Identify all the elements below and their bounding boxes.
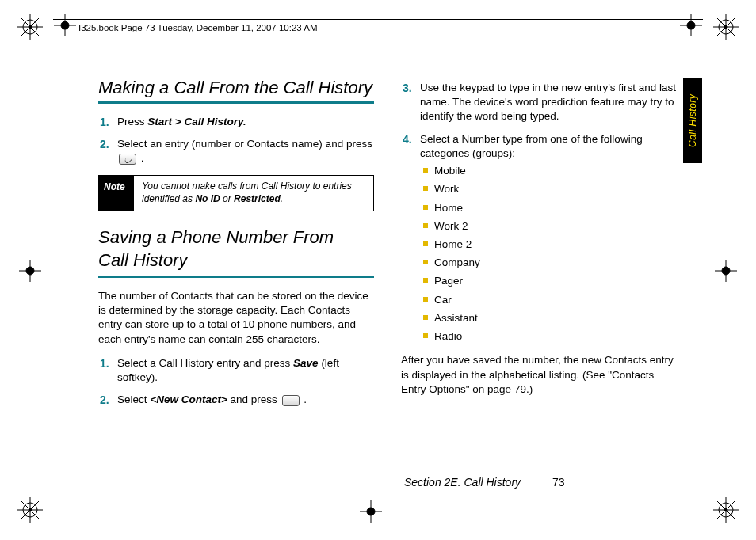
call-key-icon: [119, 154, 136, 165]
list-item: Home 2: [420, 238, 677, 252]
save-step-2: Select <New Contact> and press .: [98, 393, 374, 407]
step-2: Select an entry (number or Contacts name…: [98, 137, 374, 165]
list-item: Home: [420, 201, 677, 215]
heading-making-call: Making a Call From the Call History: [98, 76, 374, 100]
list-item: Pager: [420, 274, 677, 288]
right-column: Use the keypad to type in the new entry'…: [401, 76, 677, 416]
note-body: You cannot make calls from Call History …: [134, 176, 373, 210]
registration-star-icon: [17, 14, 43, 43]
registration-star-icon: [713, 497, 739, 526]
list-item: Radio: [420, 329, 677, 344]
saving-steps: Select a Call History entry and press Sa…: [98, 356, 374, 408]
ok-key-icon: [282, 395, 300, 406]
registration-star-icon: [713, 14, 739, 43]
saving-steps-cont: Use the keypad to type in the new entry'…: [401, 81, 677, 344]
svg-point-38: [367, 508, 375, 515]
list-item: Car: [420, 293, 677, 307]
note-box: Note You cannot make calls from Call His…: [98, 175, 374, 211]
save-step-3: Use the keypad to type in the new entry'…: [401, 81, 677, 124]
doc-header: I325.book Page 73 Tuesday, December 11, …: [53, 19, 703, 36]
crop-cross-icon: [715, 260, 737, 285]
side-tab-label: Call History: [687, 93, 698, 146]
svg-point-32: [26, 267, 34, 275]
save-step-4: Select a Number type from one of the fol…: [401, 132, 677, 344]
heading-rule: [98, 101, 374, 104]
footer-section: Section 2E. Call History: [404, 476, 521, 489]
outro-paragraph: After you have saved the number, the new…: [401, 353, 677, 397]
heading-saving-a: Saving a Phone Number From: [98, 226, 374, 249]
side-tab: Call History: [683, 78, 702, 163]
save-step-1: Select a Call History entry and press Sa…: [98, 356, 374, 385]
number-type-list: Mobile Work Home Work 2 Home 2 Company P…: [420, 164, 677, 344]
registration-star-icon: [17, 497, 43, 526]
page-footer: Section 2E. Call History 73: [404, 476, 565, 489]
left-column: Making a Call From the Call History Pres…: [98, 76, 374, 416]
intro-paragraph: The number of Contacts that can be store…: [98, 289, 374, 347]
crop-cross-icon: [360, 500, 382, 526]
step-1: Press Start > Call History.: [98, 115, 374, 129]
svg-point-35: [722, 267, 730, 275]
doc-header-text: I325.book Page 73 Tuesday, December 11, …: [78, 23, 318, 32]
list-item: Work: [420, 182, 677, 196]
heading-saving-b: Call History: [98, 249, 374, 272]
page-content: Making a Call From the Call History Pres…: [98, 76, 677, 416]
list-item: Assistant: [420, 311, 677, 325]
list-item: Mobile: [420, 164, 677, 178]
list-item: Work 2: [420, 219, 677, 234]
note-label: Note: [99, 176, 134, 210]
heading-rule: [98, 276, 374, 278]
crop-cross-icon: [19, 260, 41, 285]
list-item: Company: [420, 256, 677, 270]
footer-page-number: 73: [552, 476, 565, 489]
making-call-steps: Press Start > Call History. Select an en…: [98, 115, 374, 166]
